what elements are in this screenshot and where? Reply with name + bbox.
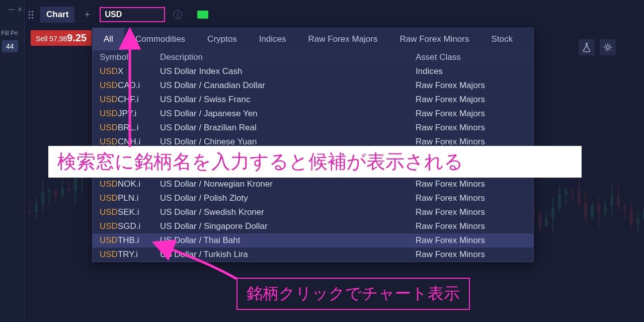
svg-rect-186: [630, 209, 633, 224]
svg-rect-172: [584, 203, 587, 217]
svg-rect-180: [610, 197, 613, 206]
svg-rect-166: [565, 190, 568, 194]
symbol-cell: USDCHF.i: [100, 95, 160, 105]
symbol-cell: USDCAD.i: [100, 80, 160, 91]
symbol-row[interactable]: USDTRY.iUS Dollar / Turkish LiraRaw Fore…: [93, 248, 533, 262]
gear-icon[interactable]: [600, 39, 616, 55]
lab-icon[interactable]: [579, 39, 595, 55]
minimize-icon[interactable]: [9, 9, 15, 10]
svg-rect-158: [538, 213, 541, 226]
desc-cell: US Dollar Index Cash: [160, 66, 416, 76]
annotation-click-note: 銘柄クリックでチャート表示: [236, 278, 470, 310]
class-cell: Raw Forex Minors: [416, 221, 526, 231]
symbol-row[interactable]: USDCAD.iUS Dollar / Canadian DollarRaw F…: [93, 78, 533, 93]
add-chart-button[interactable]: +: [79, 7, 95, 22]
symbol-row[interactable]: USDNOK.iUS Dollar / Norwegian KronerRaw …: [93, 177, 533, 191]
symbol-row[interactable]: USDCHF.iUS Dollar / Swiss FrancRaw Forex…: [93, 93, 533, 107]
svg-rect-164: [558, 194, 561, 208]
desc-cell: US Dollar / Canadian Dollar: [160, 80, 416, 91]
fill-price-label: Fill Pri: [1, 30, 18, 37]
dropdown-tab-raw-forex-minors[interactable]: Raw Forex Minors: [388, 28, 480, 50]
dropdown-tab-raw-forex-majors[interactable]: Raw Forex Majors: [297, 28, 389, 50]
svg-rect-4: [35, 204, 38, 211]
class-cell: Raw Forex Majors: [416, 109, 526, 119]
desc-cell: US Dollar / Japanese Yen: [160, 109, 416, 119]
symbol-cell: USDSGD.i: [100, 221, 160, 231]
class-cell: Raw Forex Minors: [416, 235, 526, 246]
search-input[interactable]: [105, 10, 160, 19]
chart-toolbar: Chart + i: [25, 4, 644, 25]
desc-cell: US Dollar / Swiss Franc: [160, 95, 416, 105]
dropdown-tab-all[interactable]: All: [93, 28, 124, 50]
fill-price-value: 44: [2, 40, 18, 52]
col-symbol: Symbol: [100, 52, 160, 62]
svg-rect-170: [578, 191, 581, 203]
svg-rect-176: [597, 205, 600, 212]
desc-cell: US Dollar / Singapore Dollar: [160, 221, 416, 231]
svg-rect-14: [67, 188, 70, 191]
symbol-cell: USDJPY.i: [100, 109, 160, 119]
info-icon[interactable]: i: [173, 10, 182, 19]
desc-cell: US Dollar / Brazilian Real: [160, 123, 416, 133]
annotation-banner: 検索窓に銘柄名を入力すると候補が表示される: [48, 146, 582, 178]
svg-rect-168: [571, 190, 574, 191]
class-cell: Raw Forex Minors: [416, 137, 526, 147]
symbol-row[interactable]: USDBRL.iUS Dollar / Brazilian RealRaw Fo…: [93, 121, 533, 135]
symbol-row[interactable]: USDSEK.iUS Dollar / Swedish KronerRaw Fo…: [93, 205, 533, 219]
drag-handle-icon[interactable]: [27, 11, 35, 19]
svg-rect-160: [545, 218, 548, 226]
svg-rect-162: [551, 208, 554, 218]
class-cell: Raw Forex Minors: [416, 207, 526, 217]
svg-rect-6: [41, 192, 44, 204]
symbol-cell: USDX: [100, 66, 160, 76]
svg-rect-178: [604, 206, 607, 212]
symbol-cell: USDSEK.i: [100, 207, 160, 217]
status-indicator: [197, 11, 208, 19]
sell-small: 57,98: [49, 35, 67, 43]
symbol-cell: USDNOK.i: [100, 179, 160, 189]
class-cell: Raw Forex Majors: [416, 80, 526, 91]
class-cell: Indices: [416, 66, 526, 76]
dropdown-tab-commodities[interactable]: Commodities: [124, 28, 196, 50]
svg-point-0: [606, 46, 609, 49]
col-desc: Description: [160, 52, 416, 62]
svg-rect-182: [617, 197, 620, 206]
desc-cell: US Dollar / Norwegian Kroner: [160, 179, 416, 189]
desc-cell: US Dollar / Swedish Kroner: [160, 207, 416, 217]
svg-rect-12: [61, 188, 64, 196]
symbol-cell: USDTRY.i: [100, 250, 160, 260]
class-cell: Raw Forex Minors: [416, 193, 526, 203]
svg-rect-188: [636, 219, 639, 224]
symbol-row[interactable]: USDSGD.iUS Dollar / Singapore DollarRaw …: [93, 219, 533, 233]
svg-rect-2: [28, 211, 31, 212]
symbol-cell: USDBRL.i: [100, 123, 160, 133]
desc-cell: US Dollar / Polish Zloty: [160, 193, 416, 203]
svg-rect-184: [623, 206, 626, 209]
close-icon[interactable]: ×: [18, 5, 22, 14]
class-cell: Raw Forex Minors: [416, 179, 526, 189]
dropdown-tab-cryptos[interactable]: Cryptos: [196, 28, 248, 50]
symbol-dropdown: AllCommoditiesCryptosIndicesRaw Forex Ma…: [92, 28, 534, 262]
symbol-row[interactable]: USDPLN.iUS Dollar / Polish ZlotyRaw Fore…: [93, 191, 533, 205]
dropdown-tab-indices[interactable]: Indices: [248, 28, 297, 50]
col-class: Asset Class: [416, 52, 526, 62]
desc-cell: US Dollar / Turkish Lira: [160, 250, 416, 260]
symbol-cell: USDPLN.i: [100, 193, 160, 203]
dropdown-header: Symbol Description Asset Class: [93, 50, 533, 64]
dropdown-tab-stock[interactable]: Stock: [480, 28, 524, 50]
dropdown-tabs: AllCommoditiesCryptosIndicesRaw Forex Ma…: [93, 28, 533, 50]
class-cell: Raw Forex Minors: [416, 123, 526, 133]
class-cell: Raw Forex Minors: [416, 250, 526, 260]
class-cell: Raw Forex Majors: [416, 95, 526, 105]
svg-rect-8: [48, 190, 51, 192]
symbol-row[interactable]: USDTHB.iUS Dollar / Thai BahtRaw Forex M…: [93, 233, 533, 248]
symbol-cell: USDTHB.i: [100, 235, 160, 246]
symbol-row[interactable]: USDXUS Dollar Index CashIndices: [93, 64, 533, 78]
symbol-row[interactable]: USDJPY.iUS Dollar / Japanese YenRaw Fore…: [93, 107, 533, 121]
svg-rect-10: [54, 190, 57, 196]
chart-pill[interactable]: Chart: [40, 7, 74, 23]
previous-panel-edge: × Fill Pri 44: [0, 0, 25, 322]
symbol-search-input[interactable]: [100, 7, 165, 22]
desc-cell: US Dollar / Thai Baht: [160, 235, 416, 246]
sell-button[interactable]: Sell 57,989.25: [31, 30, 92, 46]
